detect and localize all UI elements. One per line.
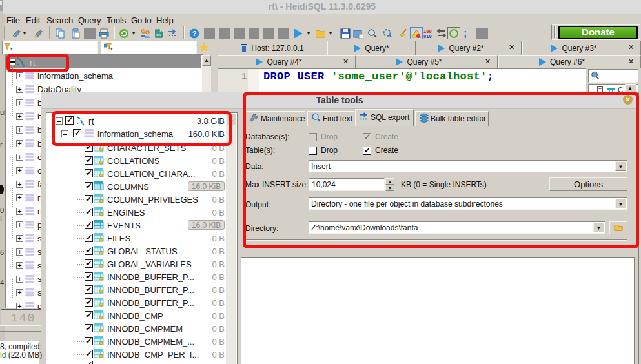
svg-text:010: 010 [423, 34, 432, 39]
svg-text:100: 100 [423, 29, 432, 34]
svg-text:csv: csv [156, 33, 161, 37]
svg-text:?: ? [192, 30, 197, 37]
